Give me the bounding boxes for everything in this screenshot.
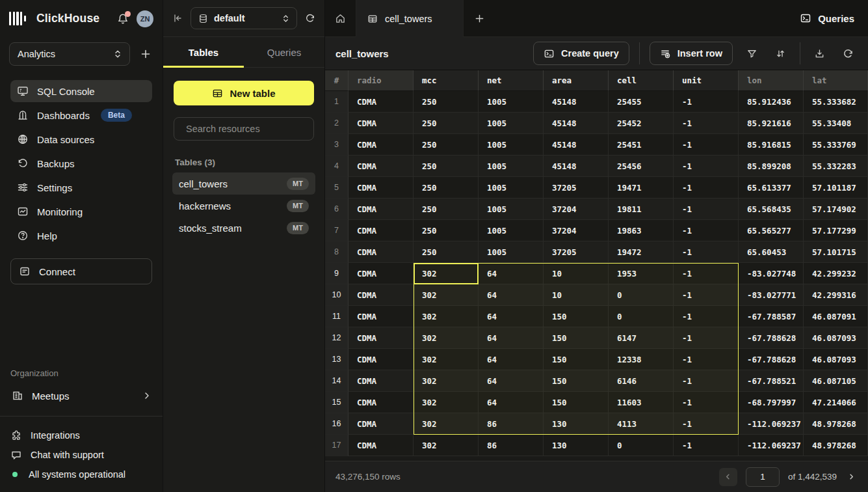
cell-area[interactable]: 37204 [544,198,609,220]
home-button[interactable] [325,0,356,36]
row-number[interactable]: 9 [325,263,349,284]
cell-lon[interactable]: -67.788521 [739,370,804,392]
cell-mcc[interactable]: 302 [414,392,479,413]
cell-area[interactable]: 45148 [544,113,609,134]
cell-cell[interactable]: 6146 [609,370,674,392]
cell-unit[interactable]: -1 [674,134,739,156]
cell-mcc[interactable]: 250 [414,113,479,134]
cell-radio[interactable]: CDMA [349,435,414,456]
cell-mcc[interactable]: 250 [414,134,479,156]
cell-mcc[interactable]: 250 [414,177,479,198]
queries-button[interactable]: Queries [786,0,868,36]
next-page-button[interactable] [845,471,858,483]
system-status[interactable]: All systems operational [10,465,152,484]
column-header-net[interactable]: net [479,70,544,91]
cell-net[interactable]: 1005 [479,113,544,134]
cell-mcc[interactable]: 250 [414,220,479,241]
cell-unit[interactable]: -1 [674,220,739,241]
workspace-select[interactable]: Analytics [9,42,130,66]
cell-cell[interactable]: 25451 [609,134,674,156]
cell-unit[interactable]: -1 [674,327,739,349]
sidebar-item-help[interactable]: Help [10,225,152,247]
table-list-item-cell-towers[interactable]: cell_towers MT [172,172,315,195]
cell-radio[interactable]: CDMA [349,327,414,349]
column-header-mcc[interactable]: mcc [414,70,479,91]
row-number[interactable]: 2 [325,113,349,134]
cell-unit[interactable]: -1 [674,284,739,306]
sidebar-item-sql-console[interactable]: SQL Console [10,80,152,102]
cell-cell[interactable]: 19471 [609,177,674,198]
column-header-radio[interactable]: radio [349,70,414,91]
cell-mcc[interactable]: 302 [414,263,479,284]
row-number[interactable]: 14 [325,370,349,392]
cell-unit[interactable]: -1 [674,306,739,327]
cell-net[interactable]: 1005 [479,156,544,177]
cell-lat[interactable]: 57.177299 [804,220,868,241]
cell-lon[interactable]: -68.797997 [739,392,804,413]
cell-unit[interactable]: -1 [674,392,739,413]
sidebar-item-integrations[interactable]: Integrations [10,426,152,445]
cell-lon[interactable]: -83.027771 [739,284,804,306]
cell-lon[interactable]: 65.568435 [739,198,804,220]
cell-radio[interactable]: CDMA [349,198,414,220]
cell-net[interactable]: 64 [479,392,544,413]
cell-lon[interactable]: 85.921616 [739,113,804,134]
row-number[interactable]: 11 [325,306,349,327]
cell-lat[interactable]: 57.101715 [804,241,868,263]
cell-area[interactable]: 10 [544,284,609,306]
row-number[interactable]: 10 [325,284,349,306]
page-number-input[interactable] [746,467,780,487]
sidebar-item-monitoring[interactable]: Monitoring [10,200,152,223]
cell-unit[interactable]: -1 [674,413,739,435]
search-resources-box[interactable] [174,117,314,141]
cell-lon[interactable]: 85.899208 [739,156,804,177]
cell-cell[interactable]: 0 [609,284,674,306]
cell-unit[interactable]: -1 [674,156,739,177]
cell-area[interactable]: 45148 [544,91,609,113]
cell-radio[interactable]: CDMA [349,220,414,241]
cell-unit[interactable]: -1 [674,241,739,263]
cell-mcc[interactable]: 250 [414,241,479,263]
row-number[interactable]: 1 [325,91,349,113]
cell-net[interactable]: 1005 [479,241,544,263]
cell-unit[interactable]: -1 [674,435,739,456]
cell-lat[interactable]: 46.087093 [804,349,868,370]
column-header-num[interactable]: # [325,70,349,91]
cell-net[interactable]: 86 [479,413,544,435]
cell-unit[interactable]: -1 [674,370,739,392]
cell-cell[interactable]: 0 [609,306,674,327]
cell-lat[interactable]: 47.214066 [804,392,868,413]
sidebar-item-data-sources[interactable]: Data sources [10,128,152,150]
row-number[interactable]: 17 [325,435,349,456]
cell-radio[interactable]: CDMA [349,156,414,177]
cell-area[interactable]: 37205 [544,177,609,198]
cell-area[interactable]: 130 [544,413,609,435]
cell-mcc[interactable]: 302 [414,413,479,435]
cell-lat[interactable]: 57.174902 [804,198,868,220]
cell-radio[interactable]: CDMA [349,392,414,413]
row-number[interactable]: 7 [325,220,349,241]
refresh-button[interactable] [839,46,858,62]
filter-button[interactable] [743,46,761,62]
column-header-area[interactable]: area [544,70,609,91]
cell-radio[interactable]: CDMA [349,134,414,156]
row-number[interactable]: 3 [325,134,349,156]
new-tab-button[interactable] [464,0,495,36]
sidebar-item-settings[interactable]: Settings [10,176,152,198]
cell-unit[interactable]: -1 [674,198,739,220]
cell-mcc[interactable]: 250 [414,156,479,177]
cell-lat[interactable]: 55.33408 [804,113,868,134]
cell-area[interactable]: 37205 [544,241,609,263]
cell-lat[interactable]: 48.978268 [804,435,868,456]
sort-button[interactable] [771,46,790,62]
tab-queries[interactable]: Queries [244,37,324,67]
document-tab-cell-towers[interactable]: cell_towers [356,0,464,37]
cell-radio[interactable]: CDMA [349,370,414,392]
cell-cell[interactable]: 19472 [609,241,674,263]
row-number[interactable]: 13 [325,349,349,370]
cell-area[interactable]: 150 [544,306,609,327]
cell-unit[interactable]: -1 [674,349,739,370]
connect-button[interactable]: Connect [10,258,152,284]
refresh-tables-button[interactable] [305,13,315,23]
sidebar-item-chat-support[interactable]: Chat with support [10,445,152,465]
